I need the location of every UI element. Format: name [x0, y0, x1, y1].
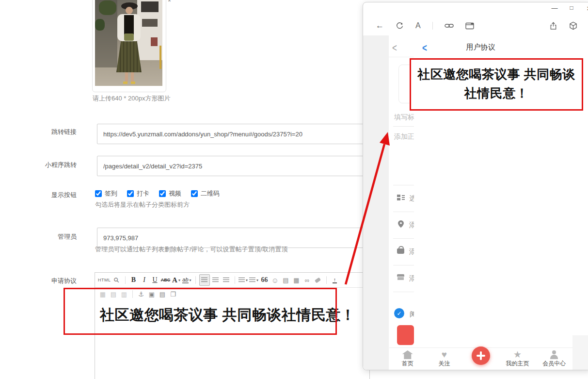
page-margin — [572, 335, 588, 370]
upload-image-card[interactable] — [92, 0, 166, 92]
home-icon — [402, 350, 413, 359]
font-icon[interactable]: A — [415, 21, 421, 30]
attach-options-list: 选 添 添 添 — [393, 185, 414, 292]
upload-hint: 请上传640 * 200px方形图片 — [93, 94, 170, 103]
browser-window-icon[interactable] — [465, 22, 474, 30]
jump-link-label: 跳转链接 — [18, 128, 77, 136]
tab-member-center[interactable]: 会员中心 — [536, 348, 572, 370]
insert-image-button[interactable]: ▤ — [281, 275, 291, 285]
highlight-color-button[interactable]: ab ▾ — [182, 275, 192, 285]
preview-toolbar: ← A — [363, 16, 588, 36]
option-label: 打卡 — [137, 189, 149, 198]
attach-goods-row[interactable]: 添 — [393, 239, 414, 265]
window-titlebar[interactable]: — □ × — [363, 2, 588, 16]
strikethrough-button[interactable]: ABC — [161, 275, 171, 285]
location-pin-icon — [398, 220, 404, 226]
preview-left-gutter — [363, 35, 389, 370]
show-buttons-group: 签到 打卡 视频 二维码 — [95, 189, 220, 198]
tab-label: 关注 — [438, 360, 450, 368]
body-placeholder[interactable]: 添加正文 — [394, 132, 416, 141]
underline-button[interactable]: U — [150, 275, 160, 285]
caret-down-icon: ▾ — [256, 278, 258, 282]
jump-link-input[interactable] — [97, 124, 368, 144]
annotation-highlight-text: 社区邀您喝茶议事 共同畅谈社情民意！ — [411, 60, 582, 103]
to-top-button[interactable]: ↑ — [330, 275, 340, 285]
star-icon: ★ — [512, 350, 523, 359]
link-icon[interactable] — [445, 22, 454, 29]
emoji-button[interactable]: ☺ — [270, 275, 280, 285]
admin-label: 管理员 — [18, 232, 77, 241]
miniapp-jump-input[interactable] — [97, 156, 368, 176]
option-checkbox[interactable] — [191, 190, 198, 197]
option-checkbox[interactable] — [127, 190, 134, 197]
align-left-button[interactable] — [199, 274, 210, 286]
insert-link-button[interactable]: ∞ — [302, 275, 312, 285]
red-annotation-box-editor — [64, 288, 337, 335]
red-annotation-box-preview: 社区邀您喝茶议事 共同畅谈社情民意！ — [410, 58, 583, 111]
show-button-option[interactable]: 二维码 — [191, 189, 220, 198]
refresh-icon[interactable] — [396, 22, 404, 30]
tab-post[interactable] — [462, 348, 499, 370]
package-icon[interactable] — [569, 21, 577, 30]
caret-down-icon: ▾ — [178, 278, 180, 282]
font-color-button[interactable]: A ▾ — [172, 275, 181, 285]
back-icon[interactable]: ← — [376, 21, 384, 31]
maximize-button[interactable]: □ — [566, 4, 577, 11]
editor-toolbar-row1: HTML ⚲ B I U ABC — [95, 273, 369, 288]
option-checkbox[interactable] — [95, 190, 102, 197]
caret-down-icon: ▾ — [246, 278, 248, 282]
option-label: 二维码 — [201, 189, 220, 198]
share-icon[interactable] — [549, 22, 557, 30]
tab-label: 会员中心 — [542, 360, 566, 368]
caret-down-icon: ▾ — [190, 278, 191, 282]
italic-button[interactable]: I — [140, 275, 149, 285]
required-mark: * — [168, 0, 171, 7]
page-title: 用户协议 — [389, 43, 572, 52]
admin-help: 管理员可以通过帖子列表删除帖子/评论，可以设置帖子置顶/取消置顶 — [95, 245, 287, 254]
uploaded-banner-image — [95, 0, 162, 86]
show-buttons-label: 显示按钮 — [18, 191, 77, 199]
show-buttons-help: 勾选后将显示在帖子分类图标前方 — [95, 200, 190, 209]
close-button[interactable]: × — [584, 4, 588, 13]
align-right-button[interactable] — [222, 275, 231, 285]
divider — [393, 126, 414, 127]
show-button-option[interactable]: 打卡 — [127, 189, 149, 198]
storefront-icon — [397, 274, 404, 280]
agreement-label: 申请协议 — [18, 277, 77, 285]
unordered-list-button[interactable]: ▾ — [249, 275, 259, 285]
option-checkbox[interactable] — [159, 190, 166, 197]
tab-label: 我的主页 — [506, 360, 529, 368]
blockquote-button[interactable]: 66 — [260, 275, 270, 285]
remove-format-button[interactable] — [313, 275, 323, 285]
person-icon — [549, 350, 559, 359]
tab-home[interactable]: 首页 — [389, 348, 426, 370]
plus-icon — [472, 346, 490, 365]
insert-video-button[interactable]: ▦ — [292, 275, 302, 285]
toolbar-divider — [432, 22, 433, 30]
show-button-option[interactable]: 视频 — [159, 189, 181, 198]
attach-location-row[interactable]: 添 — [393, 212, 414, 239]
minimize-button[interactable]: — — [549, 4, 560, 12]
agree-text-partial: 阅 — [410, 310, 414, 319]
ordered-list-button[interactable]: ▾ — [238, 275, 248, 285]
publish-button[interactable] — [397, 325, 414, 345]
miniapp-jump-label: 小程序跳转 — [18, 161, 77, 169]
bold-button[interactable]: B — [129, 275, 139, 285]
mobile-preview-window: — □ × ← A — [363, 2, 588, 370]
show-button-option[interactable]: 签到 — [95, 189, 117, 198]
title-placeholder[interactable]: 填写标题 — [394, 113, 416, 122]
preview-icon[interactable]: ⚲ — [112, 275, 122, 285]
option-label: 签到 — [105, 189, 117, 198]
category-icon — [397, 194, 405, 202]
bottom-tab-bar: 首页 ♥ 关注 ★ 我的主页 会员中心 — [389, 347, 572, 370]
tab-my-page[interactable]: ★ 我的主页 — [499, 348, 536, 370]
option-label: 视频 — [169, 189, 181, 198]
attach-category-row[interactable]: 选 — [393, 185, 414, 212]
attach-shop-row[interactable]: 添 — [393, 265, 414, 292]
align-center-button[interactable] — [211, 275, 221, 285]
tab-follow[interactable]: ♥ 关注 — [426, 348, 463, 370]
html-source-button[interactable]: HTML — [98, 275, 111, 285]
heart-icon: ♥ — [439, 350, 449, 359]
agree-check-icon[interactable]: ✓ — [394, 308, 404, 318]
shopping-bag-icon — [397, 248, 404, 254]
